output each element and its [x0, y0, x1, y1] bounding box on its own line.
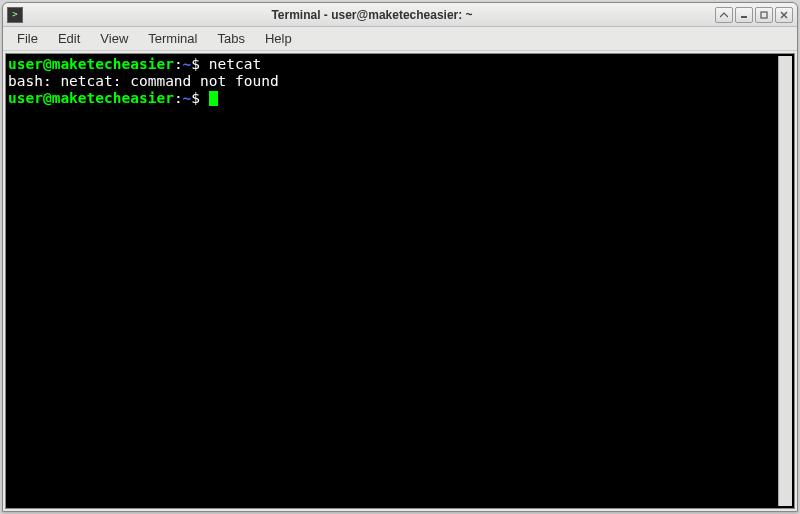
menubar: File Edit View Terminal Tabs Help — [3, 27, 797, 51]
window-controls — [715, 7, 793, 23]
prompt-userhost: user@maketecheasier — [8, 56, 174, 72]
terminal-content[interactable]: user@maketecheasier:~$ netcat bash: netc… — [8, 56, 778, 506]
terminal-app-icon — [7, 7, 23, 23]
menu-tabs[interactable]: Tabs — [209, 29, 252, 48]
terminal-area[interactable]: user@maketecheasier:~$ netcat bash: netc… — [5, 53, 795, 509]
terminal-line: user@maketecheasier:~$ — [8, 90, 218, 106]
shade-button[interactable] — [715, 7, 733, 23]
scrollbar[interactable] — [778, 56, 792, 506]
close-button[interactable] — [775, 7, 793, 23]
command-text: netcat — [209, 56, 261, 72]
terminal-window: Terminal - user@maketecheasier: ~ File E… — [2, 2, 798, 512]
terminal-output-line: bash: netcat: command not found — [8, 73, 279, 89]
window-title: Terminal - user@maketecheasier: ~ — [29, 8, 715, 22]
terminal-line: user@maketecheasier:~$ netcat — [8, 56, 261, 72]
prompt-userhost: user@maketecheasier — [8, 90, 174, 106]
menu-help[interactable]: Help — [257, 29, 300, 48]
svg-rect-0 — [741, 16, 747, 18]
prompt-symbol: $ — [191, 90, 200, 106]
menu-terminal[interactable]: Terminal — [140, 29, 205, 48]
menu-view[interactable]: View — [92, 29, 136, 48]
minimize-button[interactable] — [735, 7, 753, 23]
menu-file[interactable]: File — [9, 29, 46, 48]
menu-edit[interactable]: Edit — [50, 29, 88, 48]
prompt-symbol: $ — [191, 56, 200, 72]
svg-rect-1 — [761, 12, 767, 18]
cursor-block — [209, 91, 218, 106]
maximize-button[interactable] — [755, 7, 773, 23]
titlebar[interactable]: Terminal - user@maketecheasier: ~ — [3, 3, 797, 27]
